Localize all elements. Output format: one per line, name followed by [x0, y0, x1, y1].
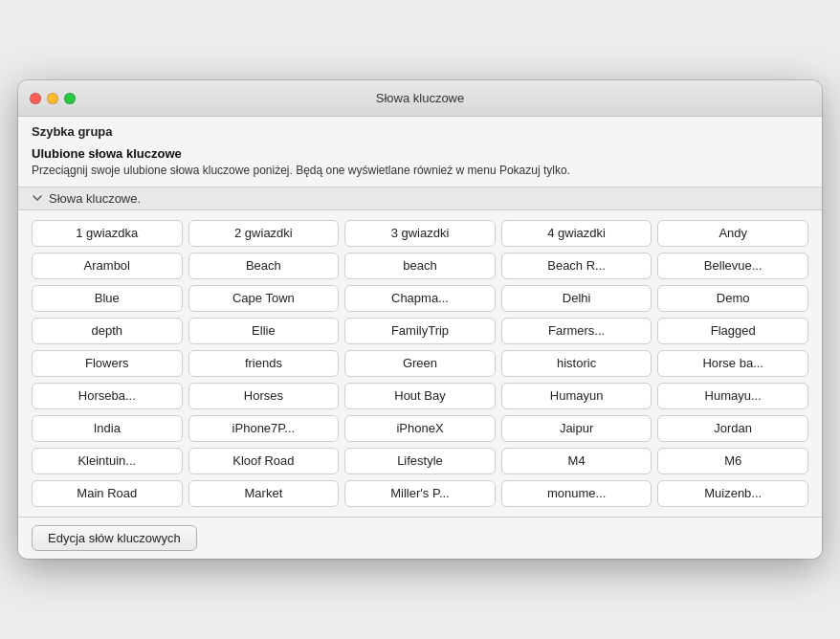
keyword-tag[interactable]: Horseba... — [32, 383, 183, 409]
keyword-tag[interactable]: Humayu... — [657, 383, 808, 409]
keyword-tag[interactable]: Chapma... — [344, 285, 496, 312]
keyword-tag[interactable]: India — [32, 415, 183, 442]
keywords-grid: 1 gwiazdka2 gwiazdki3 gwiazdki4 gwiazdki… — [32, 220, 808, 507]
favorites-description: Przeciągnij swoje ulubione słowa kluczow… — [32, 163, 808, 179]
keyword-tag[interactable]: Humayun — [501, 383, 652, 409]
minimize-button[interactable] — [47, 93, 58, 104]
keyword-tag[interactable]: 1 gwiazdka — [32, 220, 183, 247]
footer: Edycja słów kluczowych — [18, 517, 822, 559]
keyword-tag[interactable]: Green — [344, 350, 496, 377]
favorites-section: Ulubione słowa kluczowe Przeciągnij swoj… — [18, 143, 822, 187]
keyword-tag[interactable]: depth — [32, 318, 183, 344]
keyword-tag[interactable]: M4 — [501, 448, 652, 474]
keyword-tag[interactable]: 4 gwiazdki — [501, 220, 652, 247]
keyword-tag[interactable]: Lifestyle — [344, 448, 496, 474]
window-content: Szybka grupa Ulubione słowa kluczowe Prz… — [18, 117, 822, 559]
keyword-tag[interactable]: Flowers — [32, 350, 183, 377]
keyword-tag[interactable]: 3 gwiazdki — [344, 220, 496, 247]
keywords-grid-container: 1 gwiazdka2 gwiazdki3 gwiazdki4 gwiazdki… — [18, 210, 822, 517]
keyword-tag[interactable]: Hout Bay — [344, 383, 496, 409]
keyword-tag[interactable]: Jordan — [657, 415, 808, 442]
quick-group-label: Szybka grupa — [18, 117, 822, 143]
keyword-tag[interactable]: Delhi — [501, 285, 652, 312]
keyword-tag[interactable]: Horses — [188, 383, 340, 409]
keyword-tag[interactable]: monume... — [501, 480, 652, 507]
keyword-tag[interactable]: Beach — [188, 253, 340, 279]
close-button[interactable] — [30, 93, 41, 104]
maximize-button[interactable] — [64, 93, 76, 104]
window-title: Słowa kluczowe — [376, 91, 465, 105]
keyword-tag[interactable]: Muizenb... — [657, 480, 808, 507]
keyword-tag[interactable]: Farmers... — [501, 318, 652, 344]
keywords-header-label: Słowa kluczowe. — [49, 191, 141, 206]
keyword-tag[interactable]: 2 gwiazdki — [188, 220, 340, 247]
keyword-tag[interactable]: Ellie — [188, 318, 340, 344]
keyword-tag[interactable]: Market — [188, 480, 340, 507]
keyword-tag[interactable]: iPhoneX — [344, 415, 496, 442]
favorites-title: Ulubione słowa kluczowe — [32, 146, 808, 161]
keyword-tag[interactable]: Demo — [657, 285, 808, 312]
keyword-tag[interactable]: Bellevue... — [657, 253, 808, 279]
traffic-lights — [30, 93, 76, 104]
keyword-tag[interactable]: FamilyTrip — [344, 318, 496, 344]
keywords-section-header: Słowa kluczowe. — [18, 187, 822, 210]
keyword-tag[interactable]: Kloof Road — [188, 448, 340, 474]
keyword-tag[interactable]: Andy — [657, 220, 808, 247]
keyword-tag[interactable]: iPhone7P... — [188, 415, 340, 442]
edit-keywords-button[interactable]: Edycja słów kluczowych — [32, 525, 197, 551]
keyword-tag[interactable]: Main Road — [32, 480, 183, 507]
keyword-tag[interactable]: Beach R... — [501, 253, 652, 279]
chevron-down-icon — [32, 192, 43, 204]
titlebar: Słowa kluczowe — [18, 80, 822, 117]
keyword-tag[interactable]: Horse ba... — [657, 350, 808, 377]
keyword-tag[interactable]: Blue — [32, 285, 183, 312]
keyword-tag[interactable]: Jaipur — [501, 415, 652, 442]
keyword-tag[interactable]: Arambol — [32, 253, 183, 279]
keyword-tag[interactable]: Miller's P... — [344, 480, 496, 507]
keyword-tag[interactable]: Flagged — [657, 318, 808, 344]
main-window: Słowa kluczowe Szybka grupa Ulubione sło… — [18, 80, 822, 559]
keyword-tag[interactable]: Kleintuin... — [32, 448, 183, 474]
keyword-tag[interactable]: historic — [501, 350, 652, 377]
keyword-tag[interactable]: Cape Town — [188, 285, 340, 312]
keyword-tag[interactable]: M6 — [657, 448, 808, 474]
keyword-tag[interactable]: beach — [344, 253, 496, 279]
keyword-tag[interactable]: friends — [188, 350, 340, 377]
